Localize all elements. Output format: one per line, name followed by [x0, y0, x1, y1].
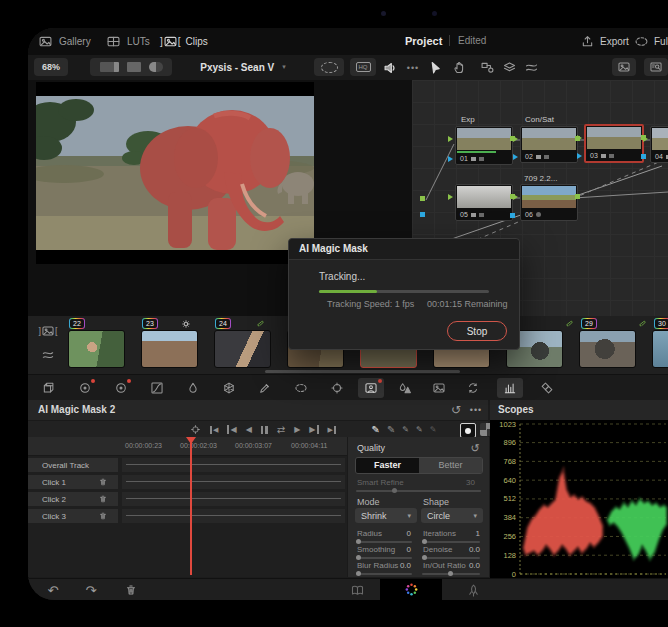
node-mixer-button[interactable] [522, 59, 540, 76]
node-06[interactable]: 06 [520, 184, 578, 221]
timeline-playhead[interactable] [190, 437, 192, 575]
panel-more-button[interactable]: ••• [468, 402, 484, 418]
track-point-icon[interactable] [190, 424, 201, 435]
pan-tool[interactable] [450, 59, 468, 76]
graph-input-alpha[interactable] [420, 212, 425, 217]
blur-button[interactable] [392, 378, 418, 398]
inout-ratio-slider[interactable] [422, 573, 480, 575]
hq-button[interactable]: HQ [350, 58, 376, 76]
iterations-slider[interactable] [422, 541, 480, 543]
clip-flag-icon[interactable] [254, 318, 265, 329]
skip-end-button[interactable]: ▶ [309, 425, 318, 434]
graph-input-rgb[interactable] [420, 196, 425, 201]
magic-mask-button[interactable] [358, 378, 384, 398]
clip-strip-scrollbar[interactable] [265, 370, 460, 373]
smoothing-slider[interactable] [356, 557, 412, 559]
quality-reset-button[interactable]: ↺ [468, 441, 482, 455]
track-row-click3[interactable]: Click 3 [28, 509, 118, 523]
pen-remove-tool[interactable]: ✎ [387, 424, 395, 435]
node-05[interactable]: 05 [455, 184, 513, 221]
blur-radius-slider[interactable] [356, 573, 412, 575]
quality-better-option[interactable]: Better [419, 458, 482, 473]
color-page-tab[interactable] [380, 579, 442, 600]
fullscreen-button[interactable]: Full Screen [634, 31, 668, 52]
clips-view-button[interactable]: ] [ [34, 322, 62, 340]
node-03-selected[interactable]: 03 [584, 124, 644, 163]
undo-button[interactable]: ↶ [44, 581, 62, 599]
node-add-button[interactable] [478, 59, 496, 76]
color-wheels-button[interactable] [72, 378, 98, 398]
clip-title-dropdown[interactable]: Pxysis - Sean V ▾ [178, 58, 308, 76]
trash-icon[interactable] [98, 494, 108, 504]
zoom-level-button[interactable]: 68% [34, 58, 68, 76]
pen-add-small-tool[interactable]: ✎ [402, 425, 409, 434]
trash-icon[interactable] [98, 477, 108, 487]
pause-button[interactable] [261, 426, 268, 434]
stabilize-button[interactable] [460, 378, 486, 398]
scopes-header[interactable]: Scopes [490, 400, 668, 420]
node-layers-button[interactable] [500, 59, 518, 76]
wipe-single-icon[interactable] [100, 62, 119, 72]
skip-start-button[interactable]: ◀ [227, 425, 236, 434]
sizing-button[interactable] [426, 378, 452, 398]
node-01[interactable]: 01 [455, 126, 513, 165]
tracker-button[interactable] [324, 378, 350, 398]
track-row-overall[interactable]: Overall Track [28, 458, 118, 472]
track-row-click2[interactable]: Click 2 [28, 492, 118, 506]
cut-page-tab[interactable] [342, 581, 372, 599]
curves-button[interactable] [144, 378, 170, 398]
qualifier-button[interactable] [180, 378, 206, 398]
shape-dropdown[interactable]: Circle▾ [421, 508, 483, 523]
smart-refine-slider[interactable] [356, 490, 481, 492]
track-to-end-button[interactable]: ▶ [328, 426, 336, 434]
dialog-title-bar[interactable]: AI Magic Mask [289, 239, 519, 260]
picker-button[interactable] [252, 378, 278, 398]
viewer-more-button[interactable]: ••• [404, 59, 422, 76]
clip-thumbnail-23[interactable] [141, 330, 198, 368]
timeline-view-button[interactable] [36, 346, 60, 364]
clip-info-button[interactable] [644, 58, 668, 76]
stop-button[interactable]: Stop [447, 321, 507, 341]
track-bidirectional-button[interactable]: ⇄ [277, 424, 285, 435]
wipe-grid-icon[interactable] [127, 62, 141, 72]
power-window-button[interactable] [288, 378, 314, 398]
video-viewport[interactable] [36, 82, 314, 264]
clip-flag-icon[interactable] [636, 318, 647, 329]
clip-flag-icon[interactable] [563, 318, 574, 329]
quality-faster-option[interactable]: Faster [356, 458, 419, 473]
bypass-button[interactable] [314, 58, 344, 76]
mask-overlay-toggle[interactable] [460, 423, 476, 438]
pen-disabled-tool[interactable]: ✎ [430, 425, 437, 434]
lightbox-button[interactable] [612, 58, 636, 76]
camera-raw-button[interactable] [36, 378, 62, 398]
play-forward-button[interactable]: ▶ [294, 425, 300, 434]
clip-gear-icon[interactable] [180, 318, 191, 329]
radius-slider[interactable] [356, 541, 412, 543]
luts-button[interactable]: LUTs [102, 31, 154, 52]
trash-icon[interactable] [98, 511, 108, 521]
pen-remove-small-tool[interactable]: ✎ [416, 425, 423, 434]
clip-thumbnail-24[interactable] [214, 330, 271, 368]
audio-button[interactable] [380, 59, 400, 76]
clip-thumbnail-30[interactable] [652, 330, 668, 368]
denoise-slider[interactable] [422, 557, 480, 559]
gallery-button[interactable]: Gallery [34, 31, 95, 52]
redo-button[interactable]: ↷ [82, 581, 100, 599]
scopes-button[interactable] [497, 378, 523, 398]
deliver-page-tab[interactable] [458, 581, 488, 599]
hdr-wheels-button[interactable] [108, 378, 134, 398]
step-back-button[interactable]: ◀ [246, 425, 252, 434]
clip-thumbnail-29[interactable] [579, 330, 636, 368]
clips-button[interactable]: ] [ Clips [156, 31, 212, 52]
refine-web-button[interactable] [216, 378, 242, 398]
mode-dropdown[interactable]: Shrink▾ [355, 508, 417, 523]
cursor-tool[interactable] [426, 59, 444, 76]
wipe-ab-icon[interactable] [149, 62, 163, 72]
delete-button[interactable] [122, 581, 140, 599]
keyframes-button[interactable] [534, 378, 560, 398]
track-row-click1[interactable]: Click 1 [28, 475, 118, 489]
node-02[interactable]: 02 [520, 126, 578, 163]
export-button[interactable]: Export [580, 31, 629, 52]
pen-add-tool[interactable]: ✎ [372, 424, 380, 435]
timeline-playhead-handle[interactable] [186, 437, 196, 444]
